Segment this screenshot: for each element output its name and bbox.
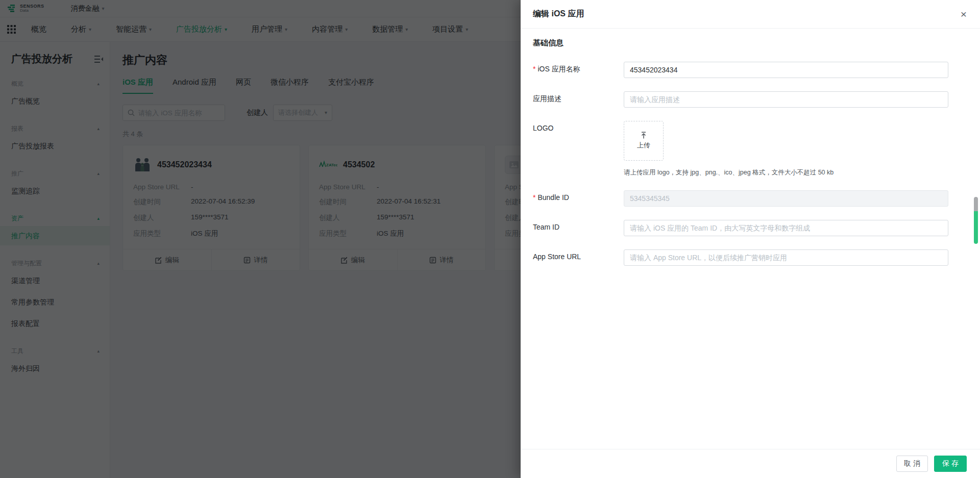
- field-label: *Bundle ID: [533, 190, 624, 202]
- field-label: 应用描述: [533, 91, 624, 104]
- edit-ios-app-drawer: 编辑 iOS 应用 × 基础信息 *iOS 应用名称 应用描述: [521, 0, 980, 478]
- required-asterisk: *: [533, 193, 535, 202]
- field-label: *iOS 应用名称: [533, 62, 624, 74]
- app-name-input[interactable]: [624, 62, 948, 78]
- drawer-header: 编辑 iOS 应用 ×: [521, 0, 980, 29]
- field-control: [624, 220, 948, 236]
- drawer-title: 编辑 iOS 应用: [533, 9, 584, 19]
- field-control: [624, 190, 948, 207]
- team-id-input[interactable]: [624, 220, 948, 236]
- form-row-team-id: Team ID: [533, 220, 968, 236]
- field-label: App Store URL: [533, 249, 624, 261]
- form-row-bundle-id: *Bundle ID: [533, 190, 968, 207]
- form-row-app-name: *iOS 应用名称: [533, 62, 968, 78]
- scrollbar-thumb-gray: [974, 197, 978, 211]
- form-row-logo: LOGO 上传 请上传应用 logo，支持 jpg、png.、ico、jpeg …: [533, 121, 968, 177]
- logo-upload-button[interactable]: 上传: [624, 121, 664, 161]
- section-title: 基础信息: [533, 38, 968, 48]
- form-row-app-store-url: App Store URL: [533, 249, 968, 266]
- field-label: LOGO: [533, 121, 624, 132]
- upload-label: 上传: [637, 141, 650, 150]
- scrollbar-thumb[interactable]: [974, 197, 978, 244]
- close-icon[interactable]: ×: [961, 9, 967, 19]
- field-label-text: Bundle ID: [537, 193, 569, 202]
- upload-hint: 请上传应用 logo，支持 jpg、png.、ico、jpeg 格式，文件大小不…: [624, 168, 948, 177]
- bundle-id-input: [624, 190, 948, 207]
- field-label: Team ID: [533, 220, 624, 231]
- app-root: SENSORS Data 消费金融 ▾ 概览 分析 ▾: [0, 0, 980, 478]
- field-control: [624, 62, 948, 78]
- field-control: [624, 249, 948, 266]
- cancel-button[interactable]: 取 消: [896, 456, 928, 472]
- field-label-text: App Store URL: [533, 253, 581, 261]
- description-input[interactable]: [624, 91, 948, 108]
- scrollbar-thumb-green: [974, 211, 978, 244]
- edit-form: *iOS 应用名称 应用描述 LOGO: [533, 62, 968, 266]
- field-label-text: iOS 应用名称: [537, 65, 580, 73]
- drawer-footer: 取 消 保 存: [521, 449, 980, 478]
- save-button[interactable]: 保 存: [934, 456, 967, 472]
- field-label-text: 应用描述: [533, 94, 561, 103]
- form-row-description: 应用描述: [533, 91, 968, 108]
- drawer-body: 基础信息 *iOS 应用名称 应用描述: [521, 29, 980, 266]
- field-label-text: Team ID: [533, 223, 559, 231]
- app-store-url-input[interactable]: [624, 249, 948, 266]
- upload-icon: [640, 132, 648, 139]
- required-asterisk: *: [533, 65, 535, 73]
- field-label-text: LOGO: [533, 124, 553, 132]
- field-control: [624, 91, 948, 108]
- field-control: 上传 请上传应用 logo，支持 jpg、png.、ico、jpeg 格式，文件…: [624, 121, 948, 177]
